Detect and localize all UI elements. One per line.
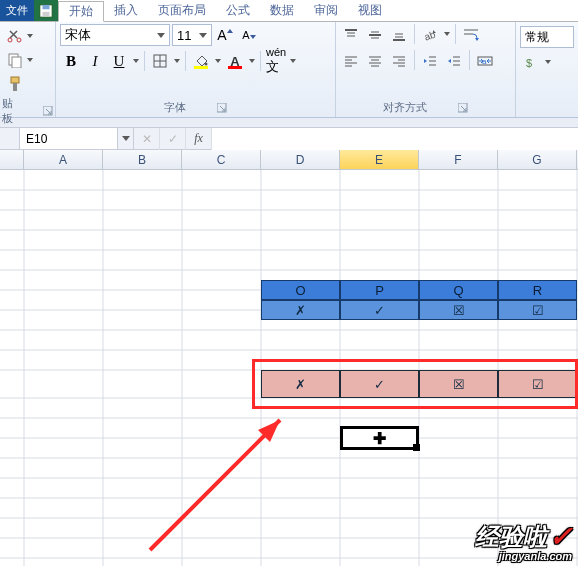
dropdown-icon[interactable] — [248, 51, 256, 71]
column-header[interactable]: G — [498, 150, 577, 169]
enter-formula-button[interactable]: ✓ — [160, 128, 186, 150]
dropdown-icon[interactable] — [26, 26, 34, 46]
grow-font-button[interactable]: A — [214, 24, 236, 46]
column-header-selected[interactable]: E — [340, 150, 419, 169]
column-header[interactable]: C — [182, 150, 261, 169]
currency-icon: $ — [524, 56, 538, 70]
table-header-cell[interactable]: Q — [419, 280, 498, 300]
font-name-value: 宋体 — [65, 26, 91, 44]
dialog-launcher-icon[interactable] — [216, 102, 228, 114]
align-right-button[interactable] — [388, 50, 410, 72]
column-header[interactable]: A — [24, 150, 103, 169]
enter-icon: ✓ — [168, 132, 178, 146]
align-center-button[interactable] — [364, 50, 386, 72]
active-cell[interactable]: ✚ — [340, 426, 419, 450]
ribbon-spacer — [0, 118, 578, 128]
align-middle-button[interactable] — [364, 24, 386, 46]
chevron-down-icon — [157, 33, 165, 38]
shrink-font-button[interactable]: A — [238, 24, 260, 46]
dropdown-icon[interactable] — [544, 52, 552, 72]
group-alignment: ab a 对齐方式 — [336, 22, 516, 117]
table-header-cell[interactable]: O — [261, 280, 340, 300]
cancel-icon: ✕ — [142, 132, 152, 146]
separator — [469, 50, 470, 70]
column-header[interactable]: D — [261, 150, 340, 169]
fill-color-button[interactable] — [190, 50, 212, 72]
dialog-launcher-icon[interactable] — [43, 105, 53, 117]
group-number: 常规 $ — [516, 22, 578, 117]
tab-view[interactable]: 视图 — [348, 0, 392, 21]
chevron-down-icon — [199, 33, 207, 38]
formula-input[interactable] — [212, 128, 578, 150]
table-header-cell[interactable]: R — [498, 280, 577, 300]
decrease-indent-button[interactable] — [419, 50, 441, 72]
align-bottom-icon — [392, 28, 406, 42]
table-cell[interactable]: ✓ — [340, 300, 419, 320]
format-painter-button[interactable] — [4, 74, 26, 94]
name-box[interactable]: E10 — [20, 128, 134, 149]
table-cell[interactable]: ☑ — [498, 300, 577, 320]
align-top-button[interactable] — [340, 24, 362, 46]
column-header[interactable]: F — [419, 150, 498, 169]
table-cell[interactable]: ✗ — [261, 370, 340, 398]
bold-button[interactable]: B — [60, 50, 82, 72]
font-name-select[interactable]: 宋体 — [60, 24, 170, 46]
font-color-button[interactable]: A — [224, 50, 246, 72]
tab-review[interactable]: 审阅 — [304, 0, 348, 21]
underline-button[interactable]: U — [108, 50, 130, 72]
name-box-value: E10 — [26, 132, 47, 146]
table-cell[interactable]: ☒ — [419, 370, 498, 398]
tab-page-layout[interactable]: 页面布局 — [148, 0, 216, 21]
number-format-select[interactable]: 常规 — [520, 26, 574, 48]
column-header[interactable]: B — [103, 150, 182, 169]
svg-rect-6 — [12, 57, 21, 68]
separator — [144, 51, 145, 71]
table-header-cell[interactable]: P — [340, 280, 419, 300]
table-cell[interactable]: ✗ — [261, 300, 340, 320]
increase-indent-button[interactable] — [443, 50, 465, 72]
orientation-icon: ab — [423, 28, 437, 42]
dropdown-icon[interactable] — [289, 51, 297, 71]
dropdown-icon[interactable] — [443, 24, 451, 44]
fx-button[interactable]: fx — [186, 128, 212, 150]
dropdown-icon[interactable] — [173, 51, 181, 71]
save-icon[interactable] — [34, 0, 58, 21]
separator — [185, 51, 186, 71]
orientation-button[interactable]: ab — [419, 24, 441, 46]
tab-insert[interactable]: 插入 — [104, 0, 148, 21]
fill-handle[interactable] — [413, 444, 420, 451]
font-size-select[interactable]: 11 — [172, 24, 212, 46]
cut-button[interactable] — [4, 26, 26, 46]
border-button[interactable] — [149, 50, 171, 72]
worksheet[interactable]: A B C D E F G — [0, 150, 578, 566]
align-bottom-button[interactable] — [388, 24, 410, 46]
wrap-icon — [463, 28, 479, 42]
table-cell[interactable]: ✓ — [340, 370, 419, 398]
tab-home[interactable]: 开始 — [58, 1, 104, 22]
italic-button[interactable]: I — [84, 50, 106, 72]
group-clipboard-label: 贴板 — [2, 96, 13, 126]
tab-data[interactable]: 数据 — [260, 0, 304, 21]
table-cell[interactable]: ☒ — [419, 300, 498, 320]
svg-text:$: $ — [526, 57, 532, 69]
table-cell[interactable]: ☑ — [498, 370, 577, 398]
select-all-corner[interactable] — [0, 150, 24, 169]
cancel-formula-button[interactable]: ✕ — [134, 128, 160, 150]
merge-center-button[interactable]: a — [474, 50, 496, 72]
accounting-button[interactable]: $ — [520, 52, 542, 74]
dropdown-icon[interactable] — [26, 50, 34, 70]
tab-file[interactable]: 文件 — [0, 0, 34, 21]
separator — [414, 24, 415, 44]
dialog-launcher-icon[interactable] — [457, 102, 469, 114]
dropdown-icon[interactable] — [214, 51, 222, 71]
copy-button[interactable] — [4, 50, 26, 70]
align-left-button[interactable] — [340, 50, 362, 72]
gridlines — [0, 170, 578, 566]
dropdown-icon[interactable] — [132, 51, 140, 71]
cell-grid[interactable]: O P Q R ✗ ✓ ☒ ☑ ✗ ✓ ☒ ☑ ✚ — [0, 170, 578, 566]
chevron-down-icon[interactable] — [117, 128, 133, 149]
tab-formulas[interactable]: 公式 — [216, 0, 260, 21]
phonetic-button[interactable]: wén文 — [265, 50, 287, 72]
watermark-url: jingyanla.com — [475, 551, 572, 562]
wrap-text-button[interactable] — [460, 24, 482, 46]
